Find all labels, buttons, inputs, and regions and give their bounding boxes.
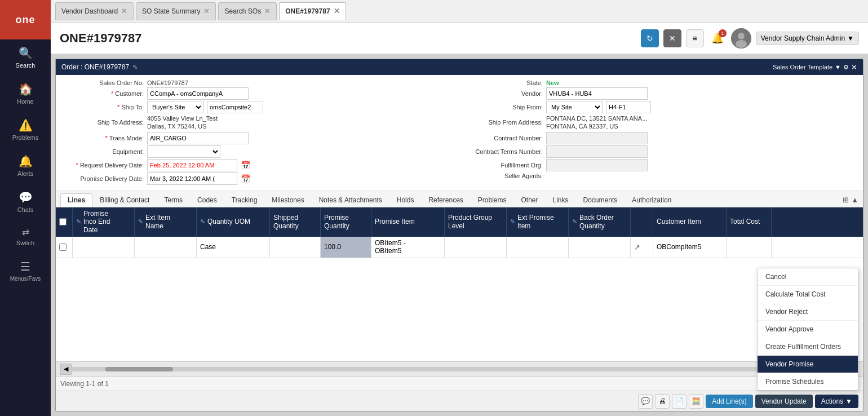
vendor-update-button[interactable]: Vendor Update: [755, 395, 813, 408]
sidebar-item-label: Alerts: [17, 170, 33, 177]
row-checkbox[interactable]: [59, 244, 67, 251]
edit-icon[interactable]: ✎: [138, 218, 143, 225]
close-tab-icon[interactable]: ✕: [121, 7, 127, 15]
select-all-checkbox[interactable]: [59, 218, 67, 225]
sub-tab-authorization[interactable]: Authorization: [625, 193, 679, 207]
notification-bell[interactable]: 🔔 1: [708, 29, 727, 47]
trans-mode-input[interactable]: [147, 132, 249, 144]
td-link[interactable]: ↗: [631, 237, 653, 258]
chat-button[interactable]: 💬: [638, 394, 653, 409]
fulfillment-org-input[interactable]: [546, 159, 648, 171]
menu-item-cancel[interactable]: Cancel: [758, 268, 858, 286]
tab-search-sos[interactable]: Search SOs ✕: [218, 2, 277, 20]
sidebar-item-label: Problems: [12, 134, 38, 141]
sub-tab-milestones[interactable]: Milestones: [264, 193, 311, 207]
promise-calendar-icon[interactable]: 📅: [241, 174, 250, 183]
horizontal-scrollbar-track[interactable]: [72, 367, 858, 371]
sub-tab-notes[interactable]: Notes & Attachments: [312, 193, 389, 207]
external-link-icon[interactable]: ↗: [634, 243, 640, 251]
panel-close-icon[interactable]: ✕: [851, 63, 857, 72]
request-delivery-input[interactable]: [147, 159, 237, 171]
contract-terms-input[interactable]: [546, 145, 648, 158]
menu-item-vendor-reject[interactable]: Vendor Reject: [758, 303, 858, 321]
print-button[interactable]: 🖨: [655, 394, 670, 409]
contract-number-input[interactable]: [546, 132, 648, 144]
sidebar-item-label: Menus/Favs: [10, 276, 41, 282]
refresh-button[interactable]: ↻: [641, 29, 659, 47]
equipment-select[interactable]: [147, 145, 220, 158]
fulfillment-org-row: Fulfillment Org:: [464, 159, 854, 171]
close-tab-icon[interactable]: ✕: [264, 7, 271, 15]
edit-icon[interactable]: ✎: [76, 218, 81, 225]
panel-header-right: Sales Order Template ▼ ⚙ ✕: [773, 63, 857, 72]
sidebar-item-menus[interactable]: ☰ Menus/Favs: [0, 253, 51, 289]
edit-icon[interactable]: ✎: [572, 218, 577, 225]
th-label: ShippedQuantity: [273, 214, 299, 230]
sidebar-item-chats[interactable]: 💬 Chats: [0, 184, 51, 220]
avatar: [731, 28, 751, 48]
ship-to-type-select[interactable]: Buyer's Site: [147, 101, 203, 113]
sidebar-item-problems[interactable]: ⚠️ Problems: [0, 112, 51, 148]
menu-button[interactable]: ≡: [686, 29, 704, 47]
ship-from-row: Ship From: My Site: [464, 101, 854, 113]
horizontal-scrollbar-thumb[interactable]: [105, 367, 173, 371]
close-tab-icon[interactable]: ✕: [334, 7, 340, 15]
th-total-cost: Total Cost: [727, 207, 772, 237]
sub-tab-documents[interactable]: Documents: [576, 193, 625, 207]
actions-button[interactable]: Actions ▼: [815, 395, 858, 408]
th-ext-item-name: ✎ Ext ItemName: [135, 207, 197, 237]
sub-tab-lines[interactable]: Lines: [60, 193, 92, 207]
scroll-area: ◀: [56, 361, 863, 376]
contract-terms-label: Contract Terms Number:: [464, 148, 543, 155]
sub-tab-codes[interactable]: Codes: [190, 193, 224, 207]
sub-tabs-actions: ⊞ ▲: [843, 193, 858, 207]
calculator-button[interactable]: 🧮: [689, 394, 703, 409]
promise-delivery-input[interactable]: [147, 172, 237, 185]
sidebar-item-alerts[interactable]: 🔔 Alerts: [0, 148, 51, 184]
sidebar-item-switch[interactable]: ⇄ Switch: [0, 220, 51, 253]
panel-settings-icon[interactable]: ⚙: [843, 64, 849, 71]
customer-input[interactable]: [147, 87, 249, 100]
tab-vendor-dashboard[interactable]: Vendor Dashboard ✕: [55, 2, 134, 20]
svg-point-2: [736, 40, 747, 48]
menu-item-vendor-approve[interactable]: Vendor Approve: [758, 321, 858, 338]
user-dropdown[interactable]: Vendor Supply Chain Admin ▼: [756, 32, 859, 45]
menu-item-create-fulfillment-orders[interactable]: Create Fulfillment Orders: [758, 338, 858, 356]
tab-label: ONE#1979787: [285, 7, 330, 15]
calendar-icon[interactable]: 📅: [241, 161, 250, 170]
menu-item-calculate-total-cost[interactable]: Calculate Total Cost: [758, 286, 858, 303]
menu-item-promise-schedules[interactable]: Promise Schedules: [758, 373, 858, 390]
sub-tab-billing-contact[interactable]: Billing & Contact: [92, 193, 157, 207]
ship-to-site-input[interactable]: [207, 101, 263, 113]
close-tab-icon[interactable]: ✕: [203, 7, 210, 15]
th-product-group-level: Product GroupLevel: [445, 207, 507, 237]
sub-tab-other[interactable]: Other: [514, 193, 546, 207]
lines-table-body: Case 100.0 OBItem5 -OBItem5: [56, 237, 863, 361]
sub-tab-terms[interactable]: Terms: [157, 193, 190, 207]
add-line-button[interactable]: Add Line(s): [706, 395, 752, 408]
sidebar-item-search[interactable]: 🔍 Search: [0, 39, 51, 76]
edit-icon[interactable]: ✎: [510, 218, 515, 225]
sub-tab-holds[interactable]: Holds: [389, 193, 422, 207]
sub-tabs-collapse-icon[interactable]: ▲: [851, 196, 858, 204]
close-button[interactable]: ✕: [663, 29, 681, 47]
vendor-input[interactable]: [546, 87, 648, 100]
scroll-left-button[interactable]: ◀: [60, 364, 72, 375]
sub-tabs-settings-icon[interactable]: ⊞: [843, 196, 849, 204]
tab-one-1979787[interactable]: ONE#1979787 ✕: [279, 2, 346, 20]
sub-tab-problems[interactable]: Problems: [471, 193, 514, 207]
sub-tab-links[interactable]: Links: [546, 193, 576, 207]
export-button[interactable]: 📄: [672, 394, 687, 409]
sub-tab-tracking[interactable]: Tracking: [224, 193, 265, 207]
sub-tab-references[interactable]: References: [421, 193, 470, 207]
order-form: Sales Order No: ONE#1979787 Customer: Sh…: [56, 75, 863, 191]
ship-from-type-select[interactable]: My Site: [546, 101, 603, 113]
template-dropdown-icon[interactable]: ▼: [835, 64, 841, 70]
tab-so-state-summary[interactable]: SO State Summary ✕: [136, 2, 216, 20]
ship-from-site-input[interactable]: [606, 101, 651, 113]
sidebar-item-home[interactable]: 🏠 Home: [0, 76, 51, 112]
panel-header-left: Order : ONE#1979787 ✎: [61, 63, 138, 71]
menu-item-vendor-promise[interactable]: Vendor Promise: [758, 356, 858, 373]
edit-icon[interactable]: ✎: [200, 218, 205, 225]
page-header: ONE#1979787 ↻ ✕ ≡ 🔔 1 Vendor Supply Chai…: [51, 23, 868, 54]
